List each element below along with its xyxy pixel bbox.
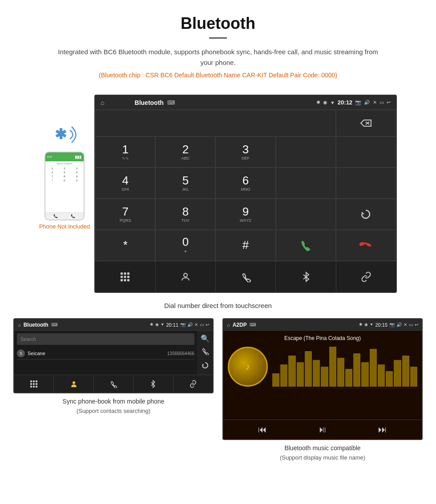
pb-nav-call-button[interactable] [94,375,133,392]
eq-bar [337,358,344,387]
hu-usb-icon: ⌨ [167,100,175,106]
hu-call-green-button[interactable] [276,230,336,261]
hu-nav-link-button[interactable] [336,261,396,292]
bluetooth-icon-area: ✱ [47,121,82,148]
hu-key-6[interactable]: 6 MNO [215,168,275,199]
pb-home-icon[interactable]: ⌂ [18,322,21,328]
hu-key-4[interactable]: 4 GHI [95,168,155,199]
pb-nav-link-button[interactable] [174,375,213,392]
music-cam-icon[interactable]: 📷 [389,322,395,328]
hu-nav-dialpad-button[interactable] [95,261,155,292]
svg-rect-5 [124,272,126,275]
hu-key-9[interactable]: 9 WXYZ [215,199,275,230]
hu-key-8-num: 8 [182,206,189,217]
pb-back-icon[interactable]: ↩ [206,322,209,328]
music-win-icon[interactable]: ▭ [409,322,413,328]
hu-key-8[interactable]: 8 TUV [155,199,215,230]
pb-sidebar: 🔍 [197,331,213,375]
pb-contact-row[interactable]: S Seicane 13566664466 [17,348,194,360]
hu-close-icon[interactable]: ✕ [373,100,377,105]
svg-rect-19 [33,383,35,385]
pb-nav-bt-button[interactable] [133,375,173,392]
hu-nav-call-history-button[interactable] [216,261,276,292]
eq-bar [297,362,304,387]
pb-cam-icon[interactable]: 📷 [180,322,186,328]
hu-key-2[interactable]: 2 ABC [155,136,215,168]
pb-sidebar-refresh-icon[interactable] [201,361,209,371]
eq-bar [272,373,279,387]
pb-search-box[interactable]: Search [17,333,194,345]
bluetooth-nav-icon [301,272,311,282]
hu-key-7[interactable]: 7 PQRS [95,199,155,230]
music-back-icon[interactable]: ↩ [415,322,418,328]
hu-nav-bluetooth-button[interactable] [276,261,336,292]
music-screen: ⌂ A2DP ⌨ ✱ ◉ ▼ 20:15 📷 🔊 ✕ ▭ ↩ E [222,318,423,440]
eq-bar [394,360,401,387]
backspace-icon [359,118,372,128]
hu-key-5[interactable]: 5 JKL [155,168,215,199]
phone-dialpad: 123 456 789 *0# [46,167,83,182]
music-play-pause-button[interactable]: ⏯ [318,424,327,435]
phonebook-caption-sub: (Support contacts searching) [77,408,150,414]
hu-dialpad-area: 1 ∿∿ 2 ABC 3 DEF 4 GHI 5 JKL [95,110,396,261]
phone-not-included-label: Phone Not Included [39,223,90,230]
eq-bar [280,364,287,387]
hu-key-4-letters: GHI [122,187,129,192]
phonebook-screen-wrap: ⌂ Bluetooth ⌨ ✱ ◉ ▼ 20:11 📷 🔊 ✕ ▭ ↩ [13,318,214,462]
eq-bar [370,349,377,387]
music-caption-text: Bluetooth music compatible [284,444,360,452]
music-home-icon[interactable]: ⌂ [227,322,230,328]
hu-back-icon[interactable]: ↩ [387,100,391,105]
hu-status-left: ⌂ Bluetooth ⌨ [101,99,175,106]
dialpad-icon [120,272,130,282]
pb-sidebar-search-icon[interactable]: 🔍 [201,334,210,343]
pb-close-icon[interactable]: ✕ [194,322,198,328]
phone-body: M:30 ▊▊▊ Add to Contacts 123 456 789 *0#… [44,152,85,220]
page-title: Bluetooth [9,14,427,33]
hu-key-star[interactable]: * [95,230,155,261]
hu-refresh-button[interactable] [336,199,396,230]
music-status-bar: ⌂ A2DP ⌨ ✱ ◉ ▼ 20:15 📷 🔊 ✕ ▭ ↩ [223,319,422,331]
hu-key-3[interactable]: 3 DEF [215,136,275,168]
hu-empty-5-2 [336,136,396,168]
hu-nav-contacts-button[interactable] [156,261,216,292]
phonebook-caption-text: Sync phone-book from mobile phone [63,398,165,405]
hu-key-0-letters: + [184,248,187,255]
phone-contacts-header: Add to Contacts [46,162,83,166]
hu-key-0-num: 0 [182,236,189,248]
pb-nav-user-button[interactable] [54,375,93,392]
music-fast-forward-button[interactable]: ⏭ [378,424,387,435]
hu-empty-4-2 [276,136,336,168]
hu-camera-icon[interactable]: 📷 [355,100,361,105]
hu-key-star-num: * [123,239,128,251]
hu-key-hash-num: # [242,239,249,251]
end-call-icon [358,238,373,253]
music-loc-icon: ◉ [364,322,368,328]
pb-sig-icon: ▼ [161,322,165,328]
pb-nav-dialpad-button[interactable] [14,375,54,392]
hu-status-right: ✱ ◉ ▼ 20:12 📷 🔊 ✕ ▭ ↩ [316,99,391,106]
link-icon [361,272,371,282]
hu-home-icon[interactable]: ⌂ [101,99,104,106]
music-close-icon[interactable]: ✕ [404,322,407,328]
music-equalizer [272,347,417,387]
svg-marker-14 [202,364,204,365]
hu-key-1[interactable]: 1 ∿∿ [95,136,155,168]
hu-key-7-num: 7 [122,206,128,217]
hu-window-icon[interactable]: ▭ [379,100,384,105]
pb-win-icon[interactable]: ▭ [200,322,204,328]
pb-sidebar-call-icon[interactable] [201,347,209,357]
music-rewind-button[interactable]: ⏮ [258,424,267,435]
pb-bottom-nav [14,375,213,392]
hu-key-hash[interactable]: # [215,230,275,261]
main-screen-area: ✱ M:30 ▊▊▊ Add to Contacts 123 456 789 *… [0,86,436,297]
phone-screen: Add to Contacts 123 456 789 *0# [45,161,84,212]
pb-vol-icon[interactable]: 🔊 [187,322,193,328]
music-vol-icon[interactable]: 🔊 [396,322,402,328]
hu-volume-icon[interactable]: 🔊 [364,100,370,105]
phone-signal-icon: ▊▊▊ [75,156,82,159]
hu-call-red-button[interactable] [336,230,396,261]
hu-key-0[interactable]: 0 + [155,230,215,261]
eq-bar [378,364,385,387]
hu-backspace-button[interactable] [336,110,396,136]
